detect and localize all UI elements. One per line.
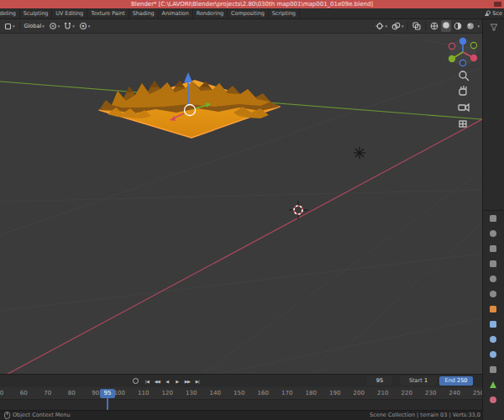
ruler-tick: 80 xyxy=(68,390,76,396)
constraints-properties-tab-icon[interactable] xyxy=(490,366,496,373)
mode-dropdown[interactable]: ▾ xyxy=(3,22,17,31)
shading-material-button[interactable] xyxy=(452,21,464,31)
ruler-tick: 50 xyxy=(0,390,3,396)
perspective-toggle-icon[interactable] xyxy=(459,121,466,127)
empty-axes-object[interactable] xyxy=(354,147,365,159)
jump-to-prev-keyframe-button[interactable]: ◀◀ xyxy=(152,376,162,386)
xray-toggle[interactable] xyxy=(411,21,423,31)
xray-icon xyxy=(412,22,421,30)
axis-z-ball[interactable] xyxy=(459,38,466,45)
frame-start-field[interactable]: Start 1 xyxy=(400,376,437,386)
playback-controls: |◀◀◀◀▶▶▶▶| xyxy=(142,376,202,386)
tab-texture-paint[interactable]: Texture Paint xyxy=(87,8,129,18)
scene-selector-label: Sce xyxy=(492,8,502,18)
window-title: Blender* [C:\LAVORI\Blender\projects\2.8… xyxy=(131,1,373,8)
shading-wireframe-button[interactable] xyxy=(428,21,440,31)
axis-neg-y-ball[interactable] xyxy=(470,42,476,48)
start-label: Start xyxy=(409,377,423,384)
rendered-sphere-icon xyxy=(466,22,475,30)
pivot-point-dropdown[interactable]: ▾ xyxy=(47,21,62,31)
view-layer-properties-tab-icon[interactable] xyxy=(490,260,496,267)
axis-neg-z-ball[interactable] xyxy=(459,60,465,66)
playhead-line[interactable] xyxy=(107,397,108,410)
jump-to-next-keyframe-button[interactable]: ▶▶ xyxy=(182,376,192,386)
chevron-down-icon: ▾ xyxy=(385,24,387,29)
ruler-tick: 250 xyxy=(473,390,482,396)
divider xyxy=(425,22,426,30)
object-mode-icon xyxy=(4,23,12,30)
camera-view-icon[interactable] xyxy=(459,104,469,111)
shading-solid-button[interactable] xyxy=(441,20,451,32)
terrain-mountain-faces xyxy=(112,81,270,108)
ruler-tick: 180 xyxy=(306,390,317,396)
ruler-tick: 190 xyxy=(329,390,340,396)
current-frame-field[interactable]: 95 xyxy=(367,376,392,386)
proportional-editing-toggle[interactable]: ▾ xyxy=(77,21,92,31)
show-gizmo-toggle[interactable]: ▾ xyxy=(374,21,389,31)
axis-x-ball[interactable] xyxy=(470,55,477,61)
show-overlays-toggle[interactable]: ▾ xyxy=(390,21,406,31)
blender-window: { "window": { "title": "Blender* [C:\\LA… xyxy=(0,0,504,420)
pan-hand-icon[interactable] xyxy=(459,86,466,95)
viewport-grid xyxy=(0,34,482,374)
end-label: End xyxy=(445,377,455,384)
scene-properties-tab-icon[interactable] xyxy=(490,276,496,282)
viewport-3d[interactable] xyxy=(0,34,482,374)
chevron-down-icon: ▾ xyxy=(88,24,91,29)
material-sphere-icon xyxy=(454,22,462,30)
chevron-down-icon: ▾ xyxy=(13,24,15,29)
ruler-tick: 70 xyxy=(44,390,51,396)
tool-properties-tab-icon[interactable] xyxy=(490,215,496,222)
playhead-frame-badge[interactable]: 95 xyxy=(100,389,115,398)
timeline-ruler[interactable]: 5060708090100110120130140150160170180190… xyxy=(0,387,482,399)
start-value: 1 xyxy=(424,377,428,384)
tab-modeling[interactable]: Modeling xyxy=(0,8,20,18)
tab-uv-editing[interactable]: UV Editing xyxy=(52,8,87,18)
status-hint-text: Object Context Menu xyxy=(13,411,71,420)
auto-key-record-icon[interactable] xyxy=(133,378,139,384)
frame-end-field[interactable]: End 250 xyxy=(439,376,473,386)
tab-sculpting[interactable]: Sculpting xyxy=(20,8,52,18)
ruler-tick: 120 xyxy=(162,390,173,396)
window-titlebar: Blender* [C:\LAVORI\Blender\projects\2.8… xyxy=(0,0,504,8)
physics-properties-tab-icon[interactable] xyxy=(490,351,496,358)
output-properties-tab-icon[interactable] xyxy=(490,245,496,252)
jump-to-start-button[interactable]: |◀ xyxy=(142,376,152,386)
render-properties-tab-icon[interactable] xyxy=(490,230,496,237)
scene-selector[interactable]: Sce xyxy=(484,8,504,18)
timeline-track[interactable] xyxy=(0,399,482,410)
world-properties-tab-icon[interactable] xyxy=(490,291,496,297)
ruler-tick: 130 xyxy=(186,390,197,396)
axis-y-ball[interactable] xyxy=(449,55,455,62)
terrain-object[interactable] xyxy=(99,81,280,138)
tab-animation[interactable]: Animation xyxy=(159,8,193,18)
object-properties-tab-icon[interactable] xyxy=(490,306,496,312)
object-data-properties-tab-icon[interactable] xyxy=(490,381,496,388)
axis-neg-x-ball[interactable] xyxy=(449,43,454,49)
transform-orientation-label: Global xyxy=(24,23,42,29)
tab-compositing[interactable]: Compositing xyxy=(228,8,269,18)
ruler-tick: 220 xyxy=(402,390,412,396)
snap-toggle[interactable]: ▾ xyxy=(62,21,76,31)
play-reverse-button[interactable]: ◀ xyxy=(162,376,172,386)
particles-properties-tab-icon[interactable] xyxy=(490,336,496,343)
3d-cursor xyxy=(289,201,307,219)
status-bar: Object Context Menu Scene Collection | t… xyxy=(0,410,482,420)
tab-scripting[interactable]: Scripting xyxy=(269,8,300,18)
gizmo-z-arrowhead[interactable] xyxy=(184,72,192,82)
play-button[interactable]: ▶ xyxy=(172,376,182,386)
ruler-tick: 240 xyxy=(449,390,460,396)
tab-shading[interactable]: Shading xyxy=(129,8,159,18)
material-properties-tab-icon[interactable] xyxy=(490,396,496,403)
window-controls[interactable] xyxy=(494,2,501,7)
viewport-scene xyxy=(0,34,482,374)
overlays-icon xyxy=(391,22,401,30)
transform-orientation-dropdown[interactable]: Global ▾ xyxy=(23,22,46,30)
shading-rendered-button[interactable] xyxy=(465,21,476,31)
editor-divider xyxy=(483,210,504,211)
jump-to-end-button[interactable]: ▶| xyxy=(192,376,202,386)
modifiers-properties-tab-icon[interactable] xyxy=(490,321,496,328)
tab-rendering[interactable]: Rendering xyxy=(193,8,228,18)
navigation-gizmo[interactable] xyxy=(449,38,477,66)
filter-funnel-icon[interactable] xyxy=(490,24,498,31)
